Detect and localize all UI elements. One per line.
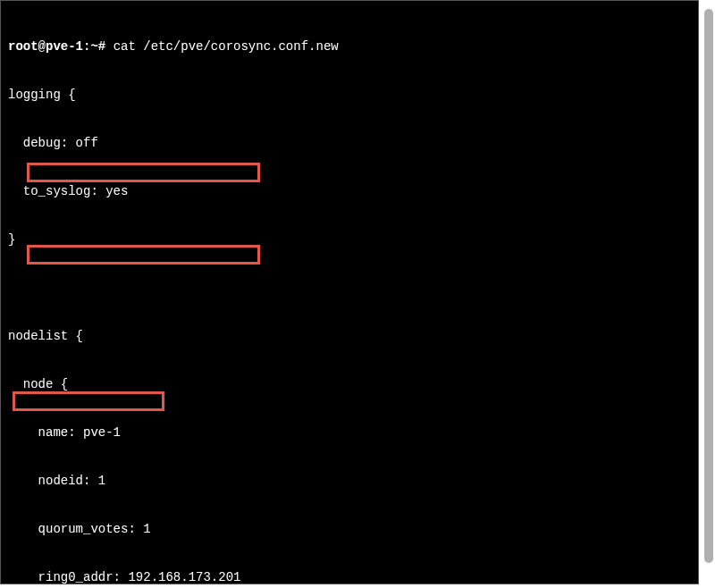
output-line: quorum_votes: 1 (8, 521, 691, 537)
output-line: to_syslog: yes (8, 183, 691, 199)
prompt-user-host: root@pve-1 (8, 39, 83, 54)
output-line: node { (8, 376, 691, 392)
scrollbar-thumb[interactable] (704, 9, 713, 563)
scrollbar-track[interactable] (702, 9, 715, 579)
output-line: debug: off (8, 135, 691, 151)
highlight-box-ring0-1 (27, 163, 260, 182)
output-line (8, 280, 691, 296)
prompt-symbol: # (98, 39, 105, 54)
output-line: name: pve-1 (8, 424, 691, 441)
terminal-window[interactable]: root@pve-1:~# cat /etc/pve/corosync.conf… (0, 0, 699, 584)
prompt-path: ~ (90, 39, 97, 54)
output-line: ring0_addr: 192.168.173.201 (8, 569, 691, 584)
output-line: nodelist { (8, 328, 691, 344)
prompt-line: root@pve-1:~# cat /etc/pve/corosync.conf… (8, 38, 691, 55)
highlight-box-ring0-2 (27, 245, 260, 265)
output-line: nodeid: 1 (8, 473, 691, 489)
command-text: cat /etc/pve/corosync.conf.new (114, 39, 339, 54)
output-line: logging { (8, 87, 691, 103)
output-line: } (8, 231, 691, 248)
highlight-box-config-version (13, 391, 164, 411)
